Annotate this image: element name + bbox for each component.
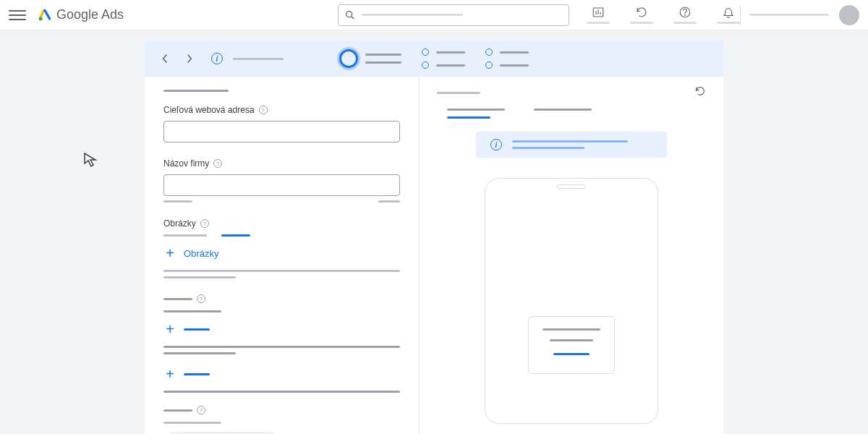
campaign-name-placeholder [233, 58, 284, 60]
back-arrow-icon[interactable] [158, 51, 172, 66]
info-icon: i [490, 139, 502, 150]
app-header: Google Ads [0, 0, 868, 30]
tab-active[interactable] [221, 234, 250, 237]
headlines-label-placeholder [163, 409, 192, 412]
add-video-button[interactable]: + [163, 367, 400, 380]
reports-icon[interactable] [587, 6, 610, 24]
notifications-icon[interactable] [717, 6, 740, 24]
phone-mockup [485, 178, 658, 424]
tab-placeholder[interactable] [163, 234, 207, 237]
help-icon[interactable]: ? [197, 406, 205, 414]
ad-form: Cieľová webová adresa ? Názov firmy ? [145, 77, 420, 434]
step-3[interactable] [485, 48, 529, 69]
help-icon[interactable]: ? [213, 159, 222, 168]
ad-preview: i [420, 77, 723, 434]
divider [740, 5, 741, 25]
google-ads-logo[interactable]: Google Ads [38, 7, 124, 22]
help-icon[interactable]: ? [197, 294, 205, 303]
step-current[interactable] [339, 49, 401, 68]
plus-icon: + [163, 367, 176, 380]
add-logo-button[interactable]: + [163, 323, 400, 336]
business-name-input[interactable] [163, 174, 400, 196]
plus-icon: + [163, 247, 176, 260]
logos-label-placeholder [163, 298, 192, 300]
add-images-button[interactable]: + Obrázky [163, 247, 400, 260]
final-url-input[interactable] [163, 121, 400, 142]
svg-point-0 [39, 17, 43, 20]
menu-icon[interactable] [9, 7, 26, 24]
forward-arrow-icon[interactable] [182, 51, 197, 66]
help-icon[interactable]: ? [200, 219, 209, 228]
refresh-icon[interactable] [630, 6, 653, 24]
logo-text: Google Ads [56, 7, 124, 22]
images-label: Obrázky ? [163, 218, 400, 229]
preview-info-banner: i [476, 132, 667, 158]
search-icon [344, 9, 356, 21]
ads-logo-icon [38, 8, 52, 22]
svg-point-8 [685, 14, 686, 15]
step-2[interactable] [422, 48, 465, 69]
search-placeholder [362, 14, 463, 16]
help-icon[interactable] [673, 6, 697, 24]
plus-icon: + [163, 323, 176, 336]
section-title-placeholder [163, 90, 229, 92]
preview-title-placeholder [437, 92, 480, 94]
header-actions [587, 6, 740, 24]
business-name-label: Názov firmy ? [163, 158, 400, 169]
campaign-stepper: i [145, 41, 723, 77]
preview-tab-active[interactable] [447, 109, 505, 119]
ad-card-preview [528, 316, 615, 374]
refresh-preview-icon[interactable] [694, 85, 706, 100]
svg-point-1 [346, 11, 352, 17]
help-icon[interactable]: ? [259, 106, 268, 114]
svg-line-2 [352, 17, 354, 19]
search-input[interactable] [338, 4, 569, 26]
preview-tab[interactable] [534, 109, 592, 119]
account-email-placeholder [749, 14, 829, 16]
info-icon[interactable]: i [211, 53, 223, 64]
avatar[interactable] [839, 5, 859, 25]
final-url-label: Cieľová webová adresa ? [163, 105, 400, 115]
